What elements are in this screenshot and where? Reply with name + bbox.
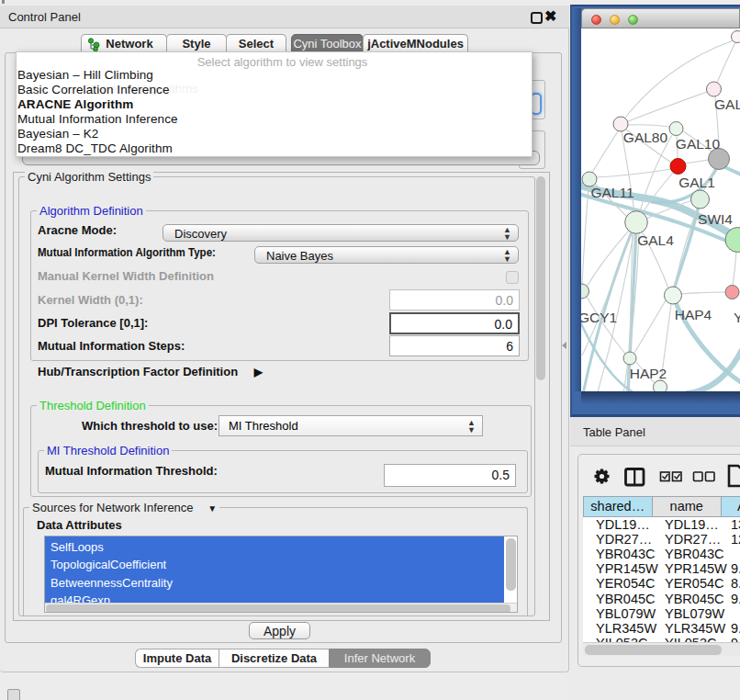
svg-text:GAL1: GAL1 — [678, 175, 715, 190]
svg-text:GCY1: GCY1 — [581, 310, 617, 325]
svg-text:SWI4: SWI4 — [698, 211, 733, 227]
svg-text:GAL10: GAL10 — [676, 136, 721, 152]
svg-text:YM: YM — [734, 310, 740, 325]
svg-text:GAL7: GAL7 — [714, 96, 740, 112]
svg-text:HAP2: HAP2 — [630, 366, 667, 381]
svg-text:GAL4: GAL4 — [637, 232, 674, 248]
svg-text:GAL80: GAL80 — [623, 130, 668, 145]
svg-text:HAP4: HAP4 — [675, 307, 712, 322]
svg-text:GAL11: GAL11 — [590, 185, 633, 200]
